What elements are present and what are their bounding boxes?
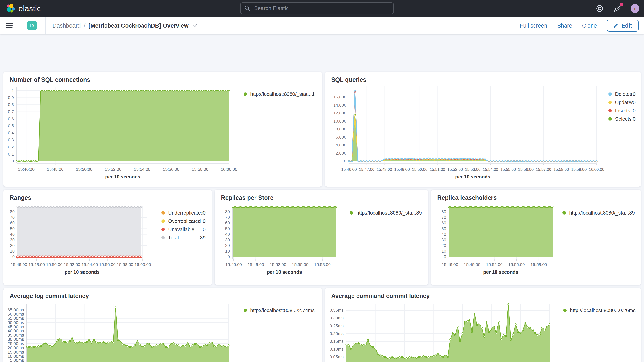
data-point-marker [214,90,215,91]
full-screen-button[interactable]: Full screen [520,22,547,29]
data-point-marker [74,90,75,91]
legend-value: 0 [203,218,206,224]
legend-item[interactable]: Updates0 [608,100,636,105]
series-line [26,308,229,348]
data-point-marker [91,90,92,91]
chart-canvas: 0102030405060708015:46:0015:49:0015:52:0… [215,190,428,285]
data-point-marker [390,158,391,160]
data-point-marker [127,346,128,347]
chart-ranges[interactable]: 0102030405060708015:46:0015:48:0015:50:0… [4,190,212,285]
chart-sql-queries[interactable]: 02,0004,0006,0008,00010,00012,00014,0001… [325,72,641,186]
data-point-marker [457,158,459,160]
clone-button[interactable]: Clone [582,22,597,29]
edit-button[interactable]: Edit [607,20,638,32]
data-point-marker [101,206,102,208]
legend-item[interactable]: http://localhost:8080...0.26ms [563,308,636,313]
data-point-marker [500,339,502,340]
data-point-marker [98,342,100,344]
breadcrumb-dashboard[interactable]: Dashboard [52,22,81,29]
data-point-marker [372,346,374,348]
legend-item[interactable]: Unavailable0 [162,226,206,232]
data-point-marker [173,90,174,91]
y-axis-tick-label: 45.00ms [8,324,24,329]
data-point-marker [431,158,432,160]
panel-title: Replica leaseholders [437,194,497,201]
y-axis-tick-label: 60 [442,220,446,225]
chart-replicas-per-store[interactable]: 0102030405060708015:46:0015:49:0015:52:0… [215,190,428,285]
x-axis-tick-label: 15:56:00 [163,167,180,172]
space-switcher[interactable]: D [19,17,46,34]
chart-sql-connections[interactable]: 00.10.20.30.40.50.60.70.80.9115:46:0015:… [4,72,322,186]
menu-button[interactable] [0,17,19,34]
data-point-marker [410,158,412,160]
x-axis-title: per 10 seconds [455,174,490,180]
data-point-marker [357,160,358,162]
data-point-marker [472,158,474,160]
legend-item[interactable]: Deletes0 [608,91,636,97]
y-axis-tick-label: 10 [10,249,15,254]
data-point-marker [182,345,184,346]
legend-item[interactable]: Selects0 [608,116,636,122]
data-point-marker [484,336,485,338]
data-point-marker [149,90,150,91]
data-point-marker [466,158,468,160]
legend-item[interactable]: http://localhost:8080/_sta...89 [562,210,635,216]
legend-item[interactable]: http://localhost:8080/_stat...1 [244,91,315,97]
data-point-marker [105,90,107,91]
x-axis-tick-label: 15:58:00 [117,262,134,267]
data-point-marker [117,206,118,208]
x-axis-tick-label: 15:48:00 [28,262,45,267]
legend-item[interactable]: Underreplicated0 [162,210,206,216]
data-point-marker [508,304,509,305]
data-point-marker [118,206,120,208]
y-axis-tick-label: 50 [225,226,230,231]
x-axis-tick-label: 15:49:00 [394,167,410,172]
x-axis-tick-label: 15:54:00 [81,262,98,267]
data-point-marker [519,160,520,162]
data-point-marker [121,206,123,208]
y-axis-tick-label: 60 [225,220,230,225]
elastic-logo[interactable]: elastic [0,4,41,14]
data-point-marker [100,90,102,91]
data-point-marker [512,334,514,335]
data-point-marker [510,160,512,162]
global-search[interactable] [240,2,394,14]
legend-item[interactable]: Total89 [162,235,206,240]
data-point-marker [570,160,571,162]
data-point-marker [88,339,90,340]
chart-replica-leaseholders[interactable]: 0102030405060708015:46:0015:49:0015:52:0… [431,190,641,285]
data-point-marker [426,356,427,358]
search-input[interactable] [253,5,390,12]
data-point-marker [96,206,98,208]
legend-value: 0 [633,100,636,105]
x-axis-tick-label: 16:00:00 [221,167,237,172]
data-point-marker [430,356,432,357]
legend-item[interactable]: Inserts0 [608,108,636,114]
share-button[interactable]: Share [557,22,572,29]
data-point-marker [54,206,55,208]
legend-dot [162,211,165,214]
pencil-icon [613,23,619,28]
legend-item[interactable]: Overreplicated0 [162,218,206,224]
title-caret-icon[interactable] [192,23,198,28]
series-area [346,304,550,362]
help-button[interactable] [595,4,604,13]
x-axis-tick-label: 15:52:00 [486,262,503,267]
data-point-marker [487,160,488,162]
data-point-marker [543,160,544,162]
data-point-marker [438,353,439,354]
legend-item[interactable]: http://localhost:808...22.74ms [244,308,315,313]
legend-value: 0.26ms [619,308,636,313]
x-axis-tick-label: 15:54:00 [483,167,498,172]
legend-item[interactable]: http://localhost:8080/_sta...89 [350,210,422,216]
x-axis-tick-label: 15:54:00 [134,167,150,172]
data-point-marker [28,160,29,162]
y-axis-tick-label: 0.6 [8,116,14,121]
data-point-marker [206,345,208,346]
user-avatar[interactable]: r [630,4,639,13]
data-point-marker [178,345,179,346]
newsfeed-button[interactable] [613,4,622,13]
data-point-marker [587,160,588,162]
data-point-marker [128,206,130,208]
data-point-marker [46,206,48,208]
